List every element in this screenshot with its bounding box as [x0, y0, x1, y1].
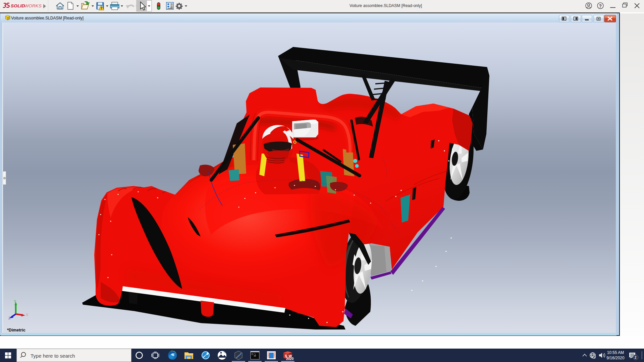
- svg-text:SOLID: SOLID: [11, 3, 25, 8]
- svg-text:C:\: C:\: [252, 353, 256, 356]
- svg-text:X: X: [26, 313, 29, 317]
- svg-text:2020: 2020: [286, 357, 294, 361]
- svg-text:Y: Y: [14, 299, 16, 303]
- svg-text:2: 2: [635, 355, 637, 359]
- svg-text:Z: Z: [8, 316, 10, 320]
- svg-text:WORKS: WORKS: [24, 3, 42, 8]
- svg-text:?: ?: [599, 3, 602, 9]
